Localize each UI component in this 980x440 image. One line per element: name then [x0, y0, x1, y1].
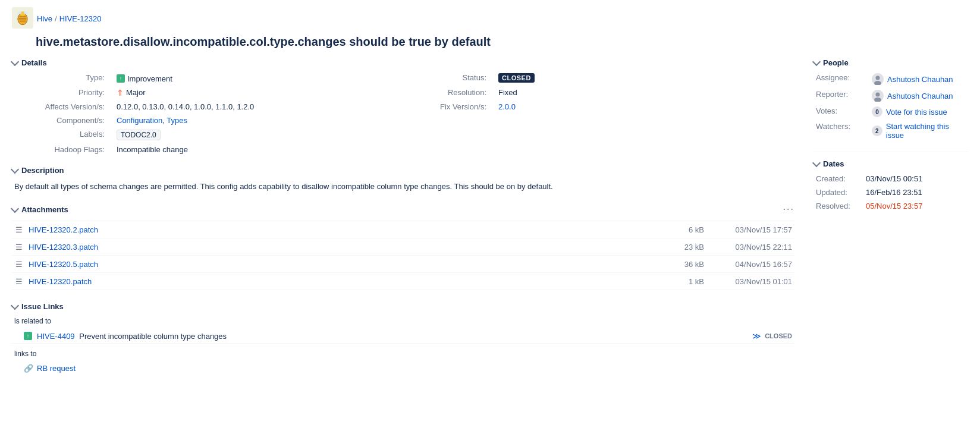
- main-layout: Details Type: ↑ Improvement Status: CLOS…: [0, 58, 980, 387]
- created-label: Created:: [816, 174, 863, 183]
- attachment-date: 03/Nov/15 22:11: [709, 243, 792, 252]
- assignee-avatar: [872, 73, 884, 85]
- people-grid: Assignee: Ashutosh Chauhan Reporter: Ash…: [813, 73, 968, 140]
- description-section: Description By default all types of sche…: [12, 166, 794, 193]
- reporter-name[interactable]: Ashutosh Chauhan: [887, 92, 953, 100]
- right-panel: People Assignee: Ashutosh Chauhan Report…: [813, 58, 968, 387]
- status-value: CLOSED: [498, 73, 794, 83]
- rb-request-link[interactable]: RB request: [37, 364, 76, 373]
- closed-status-text: CLOSED: [765, 332, 792, 340]
- dates-section: Dates Created: 03/Nov/15 00:51 Updated: …: [813, 159, 968, 210]
- fix-label: Fix Version/s:: [420, 102, 491, 111]
- priority-value: ⇑ Major: [117, 88, 413, 98]
- fix-version-link[interactable]: 2.0.0: [498, 102, 516, 111]
- svg-point-9: [876, 76, 880, 80]
- breadcrumb: Hive / HIVE-12320: [37, 14, 101, 23]
- hadoop-value: Incompatible change: [117, 145, 413, 154]
- priority-icon: ⇑ Major: [117, 88, 146, 98]
- description-chevron-icon: [11, 165, 19, 173]
- attachments-list: ☰ HIVE-12320.2.patch 6 kB 03/Nov/15 17:5…: [12, 221, 794, 290]
- people-section-header[interactable]: People: [813, 58, 968, 67]
- type-label: Type:: [14, 73, 109, 83]
- affects-value: 0.12.0, 0.13.0, 0.14.0, 1.0.0, 1.1.0, 1.…: [117, 102, 413, 111]
- hadoop-label: Hadoop Flags:: [14, 145, 109, 154]
- resolution-value: Fixed: [498, 88, 794, 98]
- improvement-icon: ↑: [117, 74, 125, 83]
- people-section: People Assignee: Ashutosh Chauhan Report…: [813, 58, 968, 140]
- breadcrumb-issue[interactable]: HIVE-12320: [59, 14, 102, 23]
- component-configuration[interactable]: Configuration: [117, 116, 162, 125]
- file-icon: ☰: [14, 242, 24, 252]
- attachments-more-button[interactable]: ···: [783, 204, 794, 215]
- dates-label: Dates: [823, 159, 844, 168]
- reporter-value: Ashutosh Chauhan: [872, 90, 968, 102]
- resolution-label: Resolution:: [420, 88, 491, 98]
- details-grid: Type: ↑ Improvement Status: CLOSED Prior…: [12, 73, 794, 154]
- dates-section-header[interactable]: Dates: [813, 159, 968, 168]
- assignee-value: Ashutosh Chauhan: [872, 73, 968, 85]
- attachment-size: 6 kB: [668, 225, 704, 234]
- type-value: ↑ Improvement: [117, 73, 413, 83]
- dates-chevron-icon: [812, 159, 821, 167]
- assignee-name[interactable]: Ashutosh Chauhan: [887, 75, 953, 84]
- closed-badge: ≫ CLOSED: [752, 331, 792, 341]
- description-text: By default all types of schema changes a…: [12, 181, 794, 193]
- attachments-chevron-icon: [11, 204, 19, 212]
- logo: [12, 7, 33, 30]
- watchers-count: 2: [872, 125, 882, 136]
- updated-value: 16/Feb/16 23:51: [866, 188, 968, 197]
- attachment-row: ☰ HIVE-12320.5.patch 36 kB 04/Nov/15 16:…: [12, 255, 794, 272]
- details-section-header[interactable]: Details: [12, 58, 794, 67]
- attachment-name[interactable]: HIVE-12320.5.patch: [29, 260, 664, 269]
- file-icon: ☰: [14, 225, 24, 234]
- attachments-label: Attachments: [21, 205, 68, 214]
- created-value: 03/Nov/15 00:51: [866, 174, 968, 183]
- label-tag: TODOC2.0: [117, 130, 161, 140]
- attachment-row: ☰ HIVE-12320.3.patch 23 kB 03/Nov/15 22:…: [12, 238, 794, 255]
- closed-icon: ≫: [752, 331, 761, 341]
- priority-text: Major: [126, 88, 146, 97]
- votes-count: 0: [872, 106, 882, 117]
- attachment-name[interactable]: HIVE-12320.2.patch: [29, 225, 664, 234]
- link-type-icon: ↑: [24, 332, 32, 340]
- attachment-size: 36 kB: [668, 260, 704, 269]
- links-to-label: links to: [12, 350, 794, 358]
- attachment-size: 1 kB: [668, 277, 704, 286]
- dates-grid: Created: 03/Nov/15 00:51 Updated: 16/Feb…: [813, 174, 968, 210]
- status-badge: CLOSED: [498, 73, 535, 83]
- attachment-row: ☰ HIVE-12320.patch 1 kB 03/Nov/15 01:01: [12, 272, 794, 290]
- details-label: Details: [21, 58, 47, 67]
- details-chevron-icon: [11, 58, 19, 66]
- component-types[interactable]: Types: [167, 116, 187, 125]
- attachment-name[interactable]: HIVE-12320.3.patch: [29, 243, 664, 252]
- votes-label: Votes:: [816, 106, 869, 117]
- issue-link-text: Prevent incompatible column type changes: [79, 332, 227, 341]
- svg-point-12: [876, 93, 880, 97]
- watch-link[interactable]: Start watching this issue: [886, 122, 968, 140]
- attachment-date: 03/Nov/15 17:57: [709, 225, 792, 234]
- attachments-section-header[interactable]: Attachments: [12, 205, 68, 214]
- issue-link-title: HIVE-4409 Prevent incompatible column ty…: [37, 332, 747, 341]
- description-label: Description: [21, 166, 64, 175]
- affects-label: Affects Version/s:: [14, 102, 109, 111]
- attachment-date: 03/Nov/15 01:01: [709, 277, 792, 286]
- attachment-row: ☰ HIVE-12320.2.patch 6 kB 03/Nov/15 17:5…: [12, 221, 794, 238]
- description-section-header[interactable]: Description: [12, 166, 794, 175]
- issue-links-section: Issue Links is related to ↑ HIVE-4409 Pr…: [12, 302, 794, 375]
- section-divider: [813, 152, 968, 152]
- breadcrumb-sep: /: [55, 14, 57, 23]
- issue-link-id[interactable]: HIVE-4409: [37, 332, 75, 341]
- issue-links-section-header[interactable]: Issue Links: [12, 302, 794, 311]
- watchers-value: 2 Start watching this issue: [872, 122, 968, 140]
- labels-label: Labels:: [14, 130, 109, 140]
- attachment-date: 04/Nov/15 16:57: [709, 260, 792, 269]
- vote-link[interactable]: Vote for this issue: [886, 108, 947, 117]
- file-icon: ☰: [14, 276, 24, 286]
- breadcrumb-project[interactable]: Hive: [37, 14, 52, 23]
- resolved-label: Resolved:: [816, 202, 863, 210]
- resolved-value: 05/Nov/15 23:57: [866, 202, 968, 210]
- attachment-name[interactable]: HIVE-12320.patch: [29, 277, 664, 286]
- people-label: People: [823, 58, 849, 67]
- major-icon: ⇑: [117, 88, 124, 98]
- is-related-to-label: is related to: [12, 317, 794, 325]
